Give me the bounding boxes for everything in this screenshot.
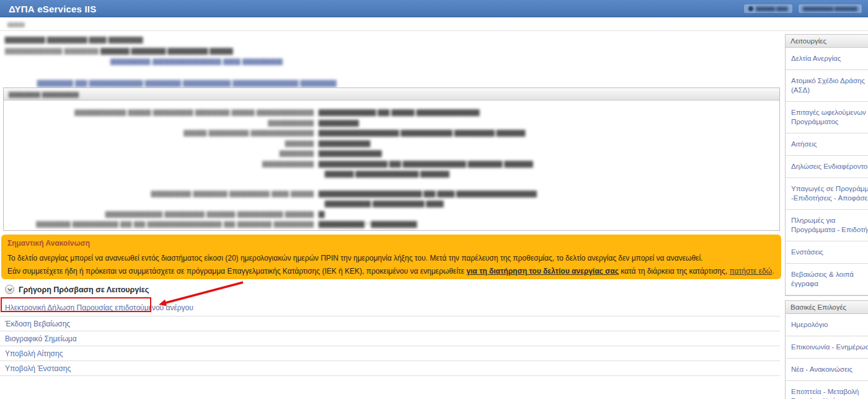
info-label (4, 169, 314, 179)
user-summary: ▆▆▆▆▆▆▆ ▆▆▆▆▆▆▆ ▆▆▆ ▆▆▆▆▆▆ ▆▆▆▆▆▆▆▆▆▆ ▆▆… (0, 34, 782, 87)
sidebar-item-program-payments[interactable]: Πληρωμές για Προγράμματα - Επιδοτήσεις (786, 210, 868, 241)
sidebar-header-basic-options: Βασικές Επιλογές (786, 301, 868, 314)
user-id-value: ▆▆▆▆▆ ▆▆▆▆▆▆ ▆▆▆▆▆▆▆ ▆▆▆▆ (100, 46, 232, 55)
sidebar-item-objections[interactable]: Ενστάσεις (786, 241, 868, 264)
info-label (4, 199, 314, 208)
quick-link-cv[interactable]: Βιογραφικό Σημείωμα (0, 331, 780, 346)
info-label: ▆▆▆▆▆▆ (4, 148, 314, 158)
quick-access-header: Γρήγορη Πρόσβαση σε Λειτουργίες (0, 284, 780, 298)
profile-link[interactable]: ▆▆▆▆▆▆▆ ▆▆▆▆▆▆▆▆▆▆▆▆ ▆▆▆ ▆▆▆▆▆▆▆ (110, 56, 782, 65)
sidebar-item-program-inclusions[interactable]: Υπαγωγές σε Προγράμματα -Επιδοτήσεις - Α… (786, 178, 868, 210)
sidebar-item-interest-declarations[interactable]: Δηλώσεις Ενδιαφέροντος (786, 156, 868, 178)
info-value: ▆▆▆▆▆▆▆▆▆▆ ▆▆ ▆▆▆▆ ▆▆▆▆▆▆▆▆▆▆▆ (319, 107, 479, 117)
info-row: ▆▆▆▆▆ ▆▆▆▆▆▆▆▆▆ (4, 138, 779, 148)
info-label: ▆▆▆▆▆▆▆ ▆▆▆▆▆▆ ▆▆▆▆▆▆▆ ▆▆▆ ▆▆▆▆ (4, 189, 314, 199)
sidebar-section-basic-options: Βασικές Επιλογές Ημερολόγιο Επικοινωνία … (785, 300, 868, 399)
quick-link-submit-application[interactable]: Υποβολή Αίτησης (0, 346, 780, 361)
info-row: ▆▆▆▆▆▆▆▆▆ ▆▆▆▆ ▆▆▆▆▆▆▆ ▆▆▆▆▆▆ ▆▆▆▆ ▆▆▆▆▆… (4, 107, 779, 117)
announcement-title: Σημαντική Ανακοίνωση (7, 239, 774, 248)
sidebar-item-action-plan[interactable]: Ατομικό Σχέδιο Δράσης (ΑΣΔ) (786, 70, 868, 102)
quick-link-submit-objection[interactable]: Υποβολή Ένστασης (0, 361, 780, 376)
announcement-line2-prefix: Εάν συμμετέχετε ήδη ή πρόκειται να συμμε… (7, 267, 466, 276)
topbar-logout-label: ▆▆▆▆▆▆▆▆ ▆▆▆▆▆▆ (803, 6, 857, 11)
sidebar-item-unemployment-cards[interactable]: Δελτία Ανεργίας (786, 48, 868, 70)
info-label: ▆▆▆▆▆▆ ▆▆▆▆▆▆▆▆ ▆▆ ▆▆ ▆▆▆▆▆▆▆▆▆▆▆▆▆ ▆▆ ▆… (4, 219, 314, 229)
info-row: ▆▆▆▆▆▆▆▆ ▆▆▆▆▆▆▆▆▆ ▆▆▆ (4, 199, 779, 208)
info-value: ▆▆▆▆▆▆▆▆▆▆▆▆▆▆▆▆▆▆ ▆▆ ▆▆▆ ▆▆▆▆▆▆▆▆▆▆▆▆▆▆ (319, 189, 536, 199)
info-row: ▆▆▆▆▆▆ ▆▆▆▆▆▆▆▆▆▆▆ (4, 148, 779, 158)
topbar-logout-button[interactable]: ▆▆▆▆▆▆▆▆ ▆▆▆▆▆▆ (799, 4, 862, 13)
announcement-line2-suffix: . (772, 267, 774, 276)
user-id-label: ▆▆▆▆▆▆▆▆▆▆ ▆▆▆▆▆▆ (5, 46, 99, 55)
sidebar: Λειτουργίες Δελτία Ανεργίας Ατομικό Σχέδ… (785, 34, 868, 399)
sidebar-section-functions: Λειτουργίες Δελτία Ανεργίας Ατομικό Σχέδ… (785, 34, 868, 296)
quick-access-list: Ηλεκτρονική Δήλωση Παρουσίας επιδοτούμεν… (0, 298, 780, 376)
press-here-link[interactable]: πατήστε εδώ (729, 267, 772, 276)
user-id-row: ▆▆▆▆▆▆▆▆▆▆ ▆▆▆▆▆▆ ▆▆▆▆▆ ▆▆▆▆▆▆ ▆▆▆▆▆▆▆ ▆… (5, 46, 782, 55)
sidebar-header-functions: Λειτουργίες (786, 35, 868, 48)
quick-link-presence-declaration[interactable]: Ηλεκτρονική Δήλωση Παρουσίας επιδοτούμεν… (0, 298, 780, 316)
info-value: ▆▆▆▆▆▆▆▆▆▆▆ (319, 148, 382, 158)
announcement-banner: Σημαντική Ανακοίνωση Το δελτίο ανεργίας … (1, 235, 781, 279)
info-row: ▆▆▆▆▆▆▆▆▆▆ ▆▆▆▆▆▆▆ ▆▆▆▆▆ ▆▆▆▆▆▆▆▆ ▆▆▆▆▆ … (4, 209, 779, 219)
sidebar-item-user-profile[interactable]: Εποπτεία - Μεταβολή Στοιχείων Χρήστη (786, 381, 868, 399)
info-label: ▆▆▆▆▆▆▆▆ (4, 118, 314, 128)
info-row: ▆▆▆▆▆ ▆▆▆▆▆▆▆▆▆▆▆ ▆▆▆▆▆ (4, 169, 779, 179)
info-row: ▆▆▆▆▆▆▆▆▆ ▆▆▆▆▆▆▆▆▆▆▆▆ ▆▆ ▆▆▆▆▆▆▆▆▆▆▆ ▆▆… (4, 159, 779, 169)
instructions-link[interactable]: ▆▆▆▆▆▆ ▆▆ ▆▆▆▆▆▆▆▆▆ ▆▆▆▆▆▆ ▆▆▆▆▆▆▆▆ ▆▆▆▆… (37, 78, 782, 87)
basic-info-header: ▆▆▆▆▆▆ ▆▆▆▆▆▆▆ (4, 88, 779, 101)
main-content: ▆▆▆▆▆▆▆ ▆▆▆▆▆▆▆ ▆▆▆ ▆▆▆▆▆▆ ▆▆▆▆▆▆▆▆▆▆ ▆▆… (0, 0, 782, 399)
info-value: ▆▆▆▆▆▆▆ (319, 118, 359, 128)
basic-info-title: ▆▆▆▆▆▆ ▆▆▆▆▆▆▆ (9, 90, 79, 97)
info-row: ▆▆▆▆▆▆▆ ▆▆▆▆▆▆ ▆▆▆▆▆▆▆ ▆▆▆ ▆▆▆▆ ▆▆▆▆▆▆▆▆… (4, 189, 779, 199)
basic-info-panel: ▆▆▆▆▆▆ ▆▆▆▆▆▆▆ ▆▆▆▆▆▆▆▆▆ ▆▆▆▆ ▆▆▆▆▆▆▆ ▆▆… (3, 87, 780, 231)
info-value: ▆▆▆▆▆▆▆▆ ▆▆▆▆▆▆▆▆▆ ▆▆▆ (325, 199, 443, 208)
info-row: ▆▆▆▆ ▆▆▆▆▆▆▆ ▆▆▆▆▆▆▆▆▆▆▆ ▆▆▆▆▆▆▆▆▆▆▆▆▆▆ … (4, 128, 779, 138)
info-value: ▆▆▆▆▆▆▆▆▆ (319, 138, 370, 148)
sidebar-item-calendar[interactable]: Ημερολόγιο (786, 314, 868, 336)
info-label: ▆▆▆▆▆▆▆▆▆ (4, 159, 314, 169)
sidebar-item-beneficiary-vouchers[interactable]: Επιταγές ωφελούμενων Προγράμματος (786, 102, 868, 133)
info-label: ▆▆▆▆▆▆▆▆▆ ▆▆▆▆ ▆▆▆▆▆▆▆ ▆▆▆▆▆▆ ▆▆▆▆ ▆▆▆▆▆… (4, 107, 314, 117)
info-row: ▆▆▆▆▆▆ ▆▆▆▆▆▆▆▆ ▆▆ ▆▆ ▆▆▆▆▆▆▆▆▆▆▆▆▆ ▆▆ ▆… (4, 219, 779, 229)
sidebar-item-news-announcements[interactable]: Νέα - Ανακοινώσεις (786, 359, 868, 381)
info-value: ▆ (319, 209, 324, 219)
info-value: ▆▆▆▆▆▆▆▆▆▆▆▆▆▆ ▆▆▆▆▆▆▆▆▆ ▆▆▆▆▆▆▆ ▆▆▆▆▆ (319, 128, 525, 138)
sidebar-item-applications[interactable]: Αιτήσεις (786, 133, 868, 156)
info-row: ▆▆▆▆▆▆▆▆ ▆▆▆▆▆▆▆ (4, 118, 779, 128)
info-value: ▆▆▆▆▆ ▆▆▆▆▆▆▆▆▆▆▆ ▆▆▆▆▆ (325, 169, 449, 179)
basic-info-body: ▆▆▆▆▆▆▆▆▆ ▆▆▆▆ ▆▆▆▆▆▆▆ ▆▆▆▆▆▆ ▆▆▆▆ ▆▆▆▆▆… (4, 101, 779, 229)
sidebar-item-certificates-documents[interactable]: Βεβαιώσεις & λοιπά έγγραφα (786, 264, 868, 295)
info-label: ▆▆▆▆▆▆▆▆▆▆ ▆▆▆▆▆▆▆ ▆▆▆▆▆ ▆▆▆▆▆▆▆▆ ▆▆▆▆▆ (4, 209, 314, 219)
info-value: ▆▆▆▆▆▆▆▆ - ▆▆▆▆▆▆▆▆ (319, 219, 417, 229)
page: ΔΥΠΑ eServices IIS ▆▆▆▆▆ ▆▆▆ ▆▆▆▆▆▆▆▆ ▆▆… (0, 0, 868, 399)
chevron-down-icon[interactable] (5, 285, 14, 294)
quick-access-section: Γρήγορη Πρόσβαση σε Λειτουργίες Ηλεκτρον… (0, 284, 780, 376)
user-fullname: ▆▆▆▆▆▆▆ ▆▆▆▆▆▆▆ ▆▆▆ ▆▆▆▆▆▆ (5, 35, 782, 43)
announcement-line1: Το δελτίο ανεργίας μπορεί να ανανεωθεί ε… (7, 252, 774, 265)
quick-link-certificate-issue[interactable]: Έκδοση Βεβαίωσης (0, 316, 780, 331)
info-label: ▆▆▆▆▆ (4, 138, 314, 148)
announcement-line2-mid: κατά τη διάρκεια της κατάρτισης, (619, 267, 730, 276)
info-value: ▆▆▆▆▆▆▆▆▆▆▆▆ ▆▆ ▆▆▆▆▆▆▆▆▆▆▆ ▆▆▆▆▆▆ ▆▆▆▆▆ (319, 159, 533, 169)
quick-access-title: Γρήγορη Πρόσβαση σε Λειτουργίες (19, 285, 149, 294)
card-retention-link[interactable]: για τη διατήρηση του δελτίου ανεργίας σα… (466, 267, 619, 276)
announcement-line2: Εάν συμμετέχετε ήδη ή πρόκειται να συμμε… (7, 265, 774, 278)
sidebar-item-communication[interactable]: Επικοινωνία - Ενημέρωση (786, 336, 868, 359)
info-label: ▆▆▆▆ ▆▆▆▆▆▆▆ ▆▆▆▆▆▆▆▆▆▆▆ (4, 128, 314, 138)
